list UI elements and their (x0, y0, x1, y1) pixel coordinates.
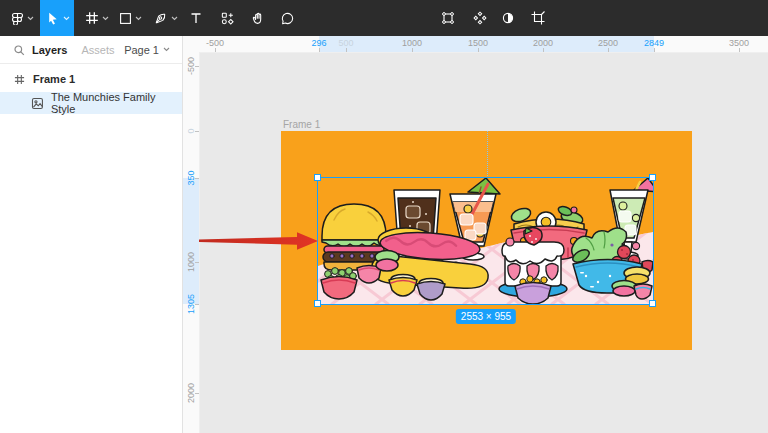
comment-tool-button[interactable] (274, 0, 300, 36)
ruler-label-selection-end: 2849 (644, 38, 664, 48)
frame-tool-icon (85, 11, 99, 25)
hand-tool-button[interactable] (244, 0, 270, 36)
ruler-label: 2500 (598, 38, 618, 48)
page-selector[interactable]: Page 1 (124, 44, 170, 56)
text-tool-button[interactable] (184, 0, 208, 36)
mask-half-circle-icon (500, 10, 516, 26)
frame-tool-button[interactable] (80, 0, 114, 36)
pen-tool-button[interactable] (148, 0, 182, 36)
image-icon (31, 97, 44, 110)
chevron-down-icon (163, 47, 170, 52)
chevron-down-icon (27, 16, 34, 21)
main-menu-button[interactable] (6, 0, 38, 36)
ruler-label: 500 (338, 38, 353, 48)
toolbar (0, 0, 768, 36)
resources-tool-button[interactable] (214, 0, 240, 36)
layer-row-frame-1[interactable]: Frame 1 (0, 66, 182, 92)
panel-header: Layers Assets Page 1 (0, 36, 182, 64)
layer-label: Frame 1 (33, 73, 75, 85)
shape-tool-button[interactable] (113, 0, 147, 36)
comment-bubble-icon (280, 11, 295, 26)
selection-handle-bottom-right[interactable] (649, 300, 656, 307)
selection-bounding-box[interactable] (317, 177, 654, 305)
chevron-down-icon (171, 16, 178, 21)
ruler-label: 1000 (402, 38, 422, 48)
selection-handle-top-right[interactable] (649, 174, 656, 181)
crop-button[interactable] (525, 0, 551, 36)
ruler-label: 1500 (468, 38, 488, 48)
selection-size-badge: 2553 × 955 (456, 309, 516, 324)
figma-editor: { "toolbar": { "active_tool": "move", "t… (0, 0, 768, 433)
chevron-down-icon (102, 16, 109, 21)
crop-icon (530, 10, 546, 26)
edit-object-button[interactable] (435, 0, 461, 36)
ruler-label-selection-start: 296 (311, 38, 326, 48)
ruler-label: 2000 (533, 38, 553, 48)
move-cursor-icon (45, 10, 60, 26)
ruler-label: -500 (206, 38, 224, 48)
tab-assets[interactable]: Assets (81, 44, 114, 56)
layers-panel: Layers Assets Page 1 Frame 1 The Munchie… (0, 36, 183, 433)
pen-tool-icon (153, 11, 168, 26)
move-tool-button[interactable] (40, 0, 74, 36)
text-tool-icon (189, 11, 203, 25)
mask-button[interactable] (495, 0, 521, 36)
ruler-label: 3500 (729, 38, 749, 48)
frame-icon (14, 74, 25, 85)
hand-tool-icon (250, 11, 265, 26)
flatten-diamonds-icon (472, 10, 488, 26)
red-annotation-arrow (197, 229, 321, 253)
selection-handle-top-left[interactable] (314, 174, 321, 181)
layer-label: The Munchies Family Style (51, 91, 182, 115)
figma-logo-icon (10, 12, 24, 25)
frame-title[interactable]: Frame 1 (283, 119, 320, 130)
horizontal-ruler: -500 296 500 1000 1500 2000 2500 2849 35… (183, 36, 768, 53)
tab-layers[interactable]: Layers (32, 44, 67, 56)
ruler-corner (183, 36, 199, 52)
chevron-down-icon (135, 16, 142, 21)
edit-object-icon (440, 10, 456, 26)
distance-guide-line (487, 131, 488, 178)
selection-handle-bottom-left[interactable] (314, 300, 321, 307)
search-icon[interactable] (12, 43, 26, 57)
page-selector-label: Page 1 (124, 44, 159, 56)
chevron-down-icon (63, 16, 70, 21)
flatten-button[interactable] (467, 0, 493, 36)
layer-row-munchies[interactable]: The Munchies Family Style (0, 92, 182, 114)
rectangle-tool-icon (119, 12, 132, 25)
resources-shapes-icon (220, 11, 235, 26)
